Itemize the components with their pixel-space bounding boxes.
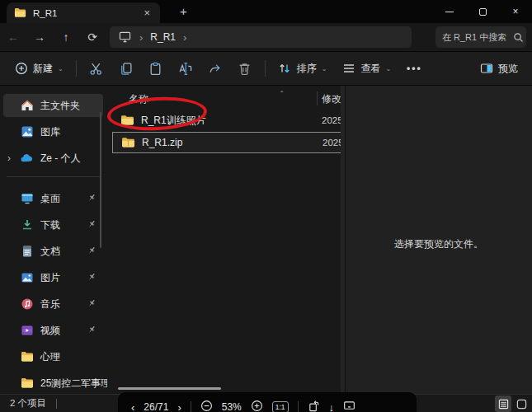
up-button[interactable]: ↑	[53, 30, 79, 44]
music-icon	[20, 297, 34, 311]
sort-button[interactable]: 排序 ⌄	[271, 55, 335, 82]
pin-icon	[87, 193, 97, 204]
preview-toggle-button[interactable]: 预览	[472, 55, 525, 82]
cut-button[interactable]	[82, 55, 111, 82]
pin-icon	[87, 325, 97, 336]
preview-pane: 选择要预览的文件。	[345, 86, 532, 394]
search-box[interactable]: 在 R_R1 中搜索	[435, 26, 526, 48]
sidebar-item-label: Ze - 个人	[40, 152, 81, 166]
view-toggle-group	[495, 396, 530, 412]
sidebar-item-videos[interactable]: 视频	[3, 319, 103, 342]
expand-chevron-icon[interactable]: ›	[7, 152, 11, 164]
paste-button[interactable]	[141, 55, 171, 82]
sidebar-item-label: 图片	[40, 271, 60, 285]
back-button[interactable]: ←	[0, 30, 26, 44]
sidebar-divider	[7, 176, 100, 177]
tab-title: R_R1	[33, 8, 134, 18]
file-row-zip[interactable]: R_R1.zip 2025/	[112, 132, 341, 153]
breadcrumb-separator: ›	[183, 31, 186, 44]
downloads-icon	[20, 218, 34, 232]
sidebar-item-label: 文档	[40, 245, 60, 259]
thumbnail-view-button[interactable]	[513, 396, 530, 412]
navigation-bar: ← → ↑ ⟳ › R_R1 › 在 R_R1 中搜索	[0, 23, 532, 51]
pin-icon	[87, 219, 97, 231]
details-view-button[interactable]	[495, 396, 511, 412]
gallery-icon	[20, 125, 34, 139]
breadcrumb-item[interactable]: R_R1	[150, 31, 176, 43]
zoom-in-button[interactable]	[251, 400, 263, 412]
plus-circle-icon	[14, 62, 28, 76]
sidebar-item-xinli[interactable]: 心理	[3, 345, 103, 368]
sidebar-item-desktop[interactable]: 桌面	[3, 187, 103, 210]
sidebar-item-label: 音乐	[40, 297, 60, 311]
chevron-down-icon: ⌄	[385, 65, 391, 73]
toolbar-divider	[265, 60, 266, 77]
zip-folder-icon	[121, 136, 135, 150]
zoom-out-button[interactable]	[200, 400, 213, 412]
sort-label: 排序	[297, 62, 317, 76]
command-toolbar: 新建 ⌄ 排序 ⌄	[0, 51, 532, 86]
sidebar-item-downloads[interactable]: 下载	[3, 213, 103, 236]
pictures-icon	[20, 271, 34, 285]
column-header-name[interactable]: 名称	[129, 92, 148, 106]
next-image-button[interactable]: ›	[177, 401, 181, 412]
rename-button[interactable]	[171, 55, 200, 82]
sidebar-item-onedrive[interactable]: › Ze - 个人	[3, 147, 103, 170]
preview-label: 预览	[498, 62, 518, 76]
desktop-icon	[20, 192, 34, 206]
close-button[interactable]: ×	[499, 0, 532, 23]
delete-button[interactable]	[230, 55, 260, 82]
refresh-button[interactable]: ⟳	[79, 30, 106, 44]
file-date-modified: 2025/	[322, 115, 341, 125]
file-row-training-photos[interactable]: R_R1训练照片 2025/	[112, 110, 341, 131]
explorer-tab[interactable]: R_R1 ×	[7, 2, 160, 23]
toolbar-divider	[76, 60, 77, 77]
address-bar[interactable]: › R_R1 ›	[110, 26, 412, 48]
chevron-down-icon: ⌄	[322, 65, 327, 73]
new-button[interactable]: 新建 ⌄	[7, 55, 71, 82]
sidebar-item-label: 心理	[40, 350, 60, 364]
this-pc-icon	[118, 30, 132, 44]
viewer-divider	[191, 401, 191, 412]
videos-icon	[20, 324, 34, 338]
actual-size-button[interactable]: 1:1	[272, 401, 289, 412]
folder-icon	[13, 6, 27, 20]
forward-button[interactable]: →	[26, 30, 53, 44]
file-list-pane: ˆ 名称 修改日期 R_R1训练照片 2025/ R_R1.zip 2025/	[107, 86, 341, 394]
sidebar-item-gallery[interactable]: 图库	[3, 120, 103, 143]
view-button[interactable]: 查看 ⌄	[334, 55, 398, 82]
sidebar-item-cekong[interactable]: 25测控二军事理	[3, 372, 103, 395]
sidebar: 主文件夹 图库 › Ze - 个人 桌面	[0, 86, 106, 394]
pin-icon	[87, 272, 97, 283]
search-placeholder: 在 R_R1 中搜索	[442, 31, 506, 44]
file-date-modified: 2025/	[322, 138, 341, 147]
sidebar-item-pictures[interactable]: 图片	[3, 266, 103, 289]
horizontal-scrollbar[interactable]	[118, 387, 221, 390]
column-divider[interactable]	[317, 91, 318, 105]
viewer-divider	[298, 401, 299, 412]
minimize-button[interactable]	[433, 0, 466, 23]
sidebar-item-music[interactable]: 音乐	[3, 293, 103, 316]
status-divider	[56, 399, 57, 409]
maximize-button[interactable]	[466, 0, 499, 23]
display-button[interactable]	[343, 400, 355, 412]
copy-button[interactable]	[111, 55, 141, 82]
share-button[interactable]	[200, 55, 230, 82]
rotate-button[interactable]	[308, 400, 320, 412]
zoom-level: 53%	[222, 401, 242, 412]
onedrive-cloud-icon	[20, 152, 34, 166]
chevron-down-icon: ⌄	[58, 65, 64, 73]
previous-image-button[interactable]: ‹	[131, 401, 134, 412]
more-options-button[interactable]: •••	[398, 63, 431, 74]
save-image-button[interactable]: ↓	[329, 401, 335, 412]
sidebar-item-documents[interactable]: 文档	[3, 240, 103, 263]
folder-icon	[20, 350, 34, 364]
sidebar-scrollbar[interactable]	[100, 112, 101, 248]
tab-close-icon[interactable]: ×	[140, 7, 153, 19]
new-tab-button[interactable]: +	[175, 4, 192, 18]
documents-icon	[20, 245, 34, 259]
new-label: 新建	[33, 62, 53, 76]
sidebar-item-home[interactable]: 主文件夹	[3, 94, 103, 117]
column-header-date[interactable]: 修改日期	[322, 92, 341, 106]
file-name: R_R1.zip	[142, 137, 182, 148]
